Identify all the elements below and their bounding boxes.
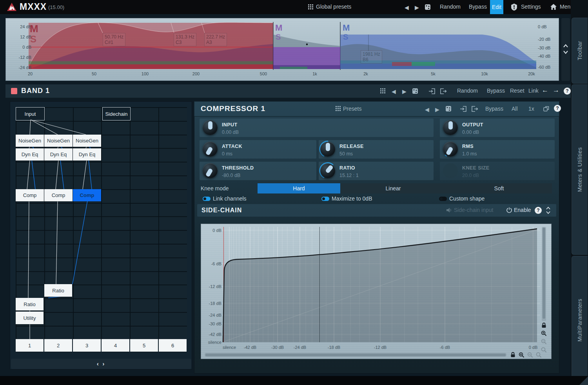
band-dice-icon[interactable]: [412, 88, 418, 94]
band-prev-icon[interactable]: ◀: [392, 88, 396, 95]
matrix-node-ratio-1[interactable]: Ratio: [16, 298, 44, 310]
matrix-node-noisegen-1[interactable]: NoiseGen: [16, 135, 44, 147]
x-zoom-in-icon[interactable]: [519, 352, 524, 358]
sidechain-help-icon[interactable]: ?: [535, 207, 542, 214]
matrix-node-dyneq-2[interactable]: Dyn Eq: [44, 148, 73, 161]
matrix-output-5[interactable]: 5: [130, 339, 158, 352]
band-next-icon[interactable]: ▶: [402, 88, 407, 95]
matrix-node-dyneq-3[interactable]: Dyn Eq: [73, 148, 101, 161]
band2-mid-badge[interactable]: M: [275, 24, 282, 32]
band-reset-button[interactable]: Reset: [510, 88, 524, 94]
compressor-presets-button[interactable]: Presets: [343, 106, 361, 112]
band-link-button[interactable]: Link: [528, 88, 539, 94]
band1-side-badge[interactable]: S: [30, 35, 36, 44]
threshold-knob[interactable]: [203, 163, 218, 178]
crossover-marker[interactable]: 1981 Hz B6: [361, 50, 382, 64]
matrix-node-input[interactable]: Input: [16, 107, 45, 120]
band-presets-grid-icon[interactable]: [380, 88, 385, 93]
band-help-icon[interactable]: ?: [564, 88, 571, 95]
global-presets-button[interactable]: Global presets: [316, 4, 351, 10]
compressor-presets-grid-icon[interactable]: [336, 106, 341, 111]
compressor-dice-icon[interactable]: [445, 106, 452, 112]
crossover-marker[interactable]: 50.70 Hz C#1: [103, 33, 125, 46]
resize-grip[interactable]: [579, 376, 588, 385]
matrix-node-comp-3-selected[interactable]: Comp: [73, 189, 101, 201]
crossover-marker[interactable]: 222.7 Hz A3: [204, 33, 227, 46]
undo-icon[interactable]: ←: [542, 86, 548, 94]
x-zoom-out-icon[interactable]: [527, 352, 533, 358]
knee-mode-hard-selected[interactable]: Hard: [258, 183, 340, 193]
prev-preset-icon[interactable]: ◀: [405, 4, 409, 11]
tab-multiparameters[interactable]: MultiParameters: [572, 256, 588, 385]
matrix-output-2[interactable]: 2: [44, 339, 72, 352]
chevron-down-icon[interactable]: [563, 50, 568, 54]
copy-settings-icon[interactable]: [440, 88, 446, 94]
compressor-oversampling-button[interactable]: 1x: [528, 106, 534, 112]
detach-window-icon[interactable]: [543, 106, 549, 111]
sidechain-enable-button[interactable]: Enable: [514, 207, 531, 213]
paste-settings-icon[interactable]: [429, 88, 436, 94]
input-knob[interactable]: [203, 120, 218, 135]
matrix-node-comp-2[interactable]: Comp: [44, 189, 73, 201]
release-knob[interactable]: [320, 142, 335, 157]
crossover-marker[interactable]: 131.3 Hz C3: [174, 33, 196, 46]
collapse-expand-icon[interactable]: [546, 206, 550, 215]
sidechain-input-label[interactable]: Side-chain input: [454, 207, 493, 213]
x-lock-icon[interactable]: [510, 352, 515, 358]
matrix-node-noisegen-3[interactable]: NoiseGen: [73, 135, 101, 147]
y-zoom-fit-icon[interactable]: [541, 347, 547, 353]
output-knob[interactable]: [443, 120, 458, 135]
compressor-channels-button[interactable]: All: [512, 106, 518, 112]
x-zoom-fit-icon[interactable]: [536, 352, 542, 358]
matrix-node-comp-1[interactable]: Comp: [16, 189, 44, 201]
alert-shield-icon[interactable]: [511, 4, 517, 11]
random-preset-dice-icon[interactable]: [425, 4, 431, 10]
graph-h-scrollbar-thumb[interactable]: [205, 354, 506, 356]
next-preset-icon[interactable]: ▶: [415, 4, 419, 11]
ratio-knob[interactable]: [320, 163, 335, 178]
compressor-bypass-button[interactable]: Bypass: [485, 106, 503, 112]
band-color-swatch[interactable]: [11, 88, 17, 94]
edit-mode-button[interactable]: Edit: [490, 0, 503, 14]
compressor-prev-icon[interactable]: ◀: [425, 106, 429, 113]
knee-mode-soft[interactable]: Soft: [446, 183, 552, 193]
transfer-curve-graph[interactable]: 0 dB -6 dB -12 dB -18 dB -24 dB -30 dB -…: [201, 224, 552, 359]
matrix-scroll-bar[interactable]: ‹ ›: [11, 359, 191, 369]
band3-mid-badge[interactable]: M: [343, 24, 350, 32]
band1-mid-badge[interactable]: M: [30, 24, 38, 34]
settings-button[interactable]: Settings: [521, 4, 541, 10]
speaker-icon[interactable]: [446, 208, 452, 213]
matrix-node-sidechain[interactable]: Sidechain: [102, 107, 131, 120]
presets-grid-icon[interactable]: [308, 4, 313, 9]
matrix-node-utility[interactable]: Utility: [16, 312, 44, 324]
graph-h-scrollbar[interactable]: [205, 353, 506, 357]
matrix-output-6[interactable]: 6: [159, 339, 187, 352]
band-bypass-button[interactable]: Bypass: [487, 88, 505, 94]
band3-side-badge[interactable]: S: [343, 33, 348, 41]
y-lock-icon[interactable]: [541, 323, 546, 328]
matrix-node-noisegen-2[interactable]: NoiseGen: [44, 135, 73, 147]
band-random-button[interactable]: Random: [457, 88, 478, 94]
tab-meters-utilities[interactable]: Meters & Utilities: [572, 84, 588, 255]
y-zoom-out-icon[interactable]: [541, 339, 547, 345]
attack-knob[interactable]: [203, 142, 218, 157]
maximize-toggle[interactable]: [321, 197, 329, 201]
home-icon[interactable]: [550, 4, 557, 10]
compressor-next-icon[interactable]: ▶: [435, 106, 439, 113]
redo-icon[interactable]: →: [553, 86, 559, 94]
bypass-button[interactable]: Bypass: [469, 4, 487, 10]
custom-shape-toggle[interactable]: [439, 197, 447, 201]
matrix-output-3[interactable]: 3: [73, 339, 101, 352]
matrix-output-4[interactable]: 4: [102, 339, 129, 352]
spectrum-analyzer[interactable]: 24 dB 12 dB 0 dB -12 dB -24 dB 0 dB -20 …: [5, 18, 559, 81]
tab-toolbar[interactable]: Toolbar: [572, 18, 588, 84]
compressor-copy-icon[interactable]: [471, 106, 478, 112]
compressor-paste-icon[interactable]: [460, 106, 467, 112]
band2-side-badge[interactable]: S: [276, 33, 281, 41]
link-channels-toggle[interactable]: [203, 197, 211, 201]
y-zoom-in-icon[interactable]: [541, 330, 547, 336]
compressor-help-icon[interactable]: ?: [554, 105, 561, 112]
matrix-node-ratio-2[interactable]: Ratio: [44, 284, 72, 297]
power-icon[interactable]: [506, 207, 512, 213]
rms-knob[interactable]: [443, 142, 458, 157]
